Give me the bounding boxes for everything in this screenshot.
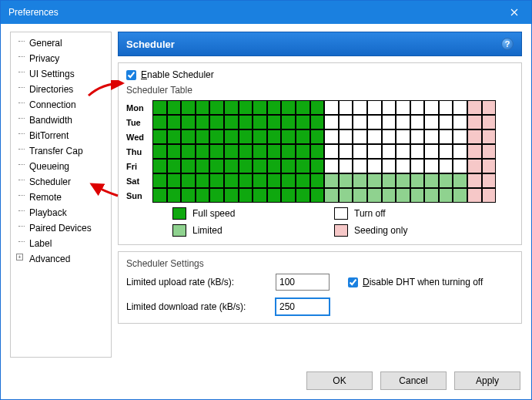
schedule-cell[interactable] bbox=[196, 115, 210, 129]
schedule-cell[interactable] bbox=[224, 115, 239, 129]
schedule-cell[interactable] bbox=[353, 173, 367, 188]
schedule-cell[interactable] bbox=[396, 115, 410, 129]
schedule-cell[interactable] bbox=[439, 129, 453, 144]
schedule-cell[interactable] bbox=[267, 115, 282, 129]
schedule-cell[interactable] bbox=[324, 115, 339, 129]
schedule-cell[interactable] bbox=[353, 144, 367, 159]
schedule-cell[interactable] bbox=[439, 188, 453, 203]
sidebar-item-label[interactable]: Label bbox=[18, 236, 111, 251]
schedule-cell[interactable] bbox=[152, 100, 167, 115]
schedule-cell[interactable] bbox=[382, 173, 396, 188]
sidebar-item-bittorrent[interactable]: BitTorrent bbox=[18, 128, 111, 143]
schedule-cell[interactable] bbox=[152, 129, 167, 144]
schedule-cell[interactable] bbox=[424, 129, 439, 144]
schedule-cell[interactable] bbox=[167, 144, 182, 159]
schedule-cell[interactable] bbox=[152, 173, 167, 188]
upload-rate-input[interactable] bbox=[276, 274, 330, 291]
schedule-cell[interactable] bbox=[310, 115, 325, 129]
help-icon[interactable]: ? bbox=[501, 38, 514, 50]
schedule-cell[interactable] bbox=[181, 100, 196, 115]
schedule-cell[interactable] bbox=[253, 144, 267, 159]
download-rate-input[interactable] bbox=[276, 298, 330, 315]
schedule-cell[interactable] bbox=[396, 188, 410, 203]
schedule-cell[interactable] bbox=[181, 129, 196, 144]
schedule-cell[interactable] bbox=[281, 100, 296, 115]
schedule-cell[interactable] bbox=[382, 100, 396, 115]
schedule-cell[interactable] bbox=[167, 188, 182, 203]
schedule-cell[interactable] bbox=[367, 100, 382, 115]
titlebar[interactable]: Preferences bbox=[1, 1, 531, 24]
schedule-cell[interactable] bbox=[467, 129, 482, 144]
schedule-cell[interactable] bbox=[439, 100, 453, 115]
schedule-cell[interactable] bbox=[382, 129, 396, 144]
schedule-cell[interactable] bbox=[367, 188, 382, 203]
schedule-cell[interactable] bbox=[353, 159, 367, 173]
schedule-cell[interactable] bbox=[482, 144, 497, 159]
schedule-cell[interactable] bbox=[209, 159, 224, 173]
schedule-cell[interactable] bbox=[467, 159, 482, 173]
schedule-cell[interactable] bbox=[152, 144, 167, 159]
schedule-cell[interactable] bbox=[410, 129, 425, 144]
expand-icon[interactable]: + bbox=[16, 254, 23, 261]
schedule-cell[interactable] bbox=[196, 100, 210, 115]
schedule-cell[interactable] bbox=[367, 144, 382, 159]
schedule-cell[interactable] bbox=[239, 188, 253, 203]
schedule-cell[interactable] bbox=[310, 144, 325, 159]
close-button[interactable] bbox=[497, 1, 531, 24]
schedule-cell[interactable] bbox=[224, 173, 239, 188]
enable-scheduler-checkbox[interactable] bbox=[126, 70, 136, 80]
schedule-cell[interactable] bbox=[324, 173, 339, 188]
schedule-cell[interactable] bbox=[396, 144, 410, 159]
schedule-cell[interactable] bbox=[253, 129, 267, 144]
schedule-cell[interactable] bbox=[424, 188, 439, 203]
schedule-cell[interactable] bbox=[339, 144, 353, 159]
schedule-cell[interactable] bbox=[453, 115, 467, 129]
schedule-cell[interactable] bbox=[310, 100, 325, 115]
sidebar-item-privacy[interactable]: Privacy bbox=[18, 51, 111, 66]
schedule-cell[interactable] bbox=[267, 100, 282, 115]
schedule-cell[interactable] bbox=[439, 144, 453, 159]
schedule-cell[interactable] bbox=[196, 188, 210, 203]
schedule-cell[interactable] bbox=[209, 173, 224, 188]
schedule-cell[interactable] bbox=[367, 159, 382, 173]
schedule-cell[interactable] bbox=[396, 159, 410, 173]
schedule-cell[interactable] bbox=[267, 129, 282, 144]
schedule-cell[interactable] bbox=[339, 188, 353, 203]
schedule-cell[interactable] bbox=[267, 188, 282, 203]
schedule-cell[interactable] bbox=[224, 144, 239, 159]
sidebar-item-queueing[interactable]: Queueing bbox=[18, 159, 111, 174]
schedule-cell[interactable] bbox=[396, 129, 410, 144]
schedule-cell[interactable] bbox=[310, 159, 325, 173]
schedule-cell[interactable] bbox=[296, 188, 310, 203]
sidebar-item-paired-devices[interactable]: Paired Devices bbox=[18, 220, 111, 236]
schedule-cell[interactable] bbox=[439, 173, 453, 188]
schedule-cell[interactable] bbox=[239, 100, 253, 115]
schedule-cell[interactable] bbox=[453, 173, 467, 188]
schedule-cell[interactable] bbox=[324, 100, 339, 115]
cancel-button[interactable]: Cancel bbox=[380, 371, 447, 390]
sidebar-item-remote[interactable]: Remote bbox=[18, 190, 111, 205]
sidebar-item-transfer-cap[interactable]: Transfer Cap bbox=[18, 143, 111, 159]
schedule-cell[interactable] bbox=[281, 144, 296, 159]
schedule-cell[interactable] bbox=[482, 115, 497, 129]
schedule-cell[interactable] bbox=[224, 129, 239, 144]
schedule-cell[interactable] bbox=[181, 144, 196, 159]
schedule-cell[interactable] bbox=[424, 173, 439, 188]
schedule-cell[interactable] bbox=[209, 100, 224, 115]
schedule-cell[interactable] bbox=[281, 129, 296, 144]
sidebar-item-connection[interactable]: Connection bbox=[18, 97, 111, 113]
schedule-cell[interactable] bbox=[296, 100, 310, 115]
schedule-cell[interactable] bbox=[453, 188, 467, 203]
schedule-cell[interactable] bbox=[367, 115, 382, 129]
schedule-cell[interactable] bbox=[281, 188, 296, 203]
schedule-cell[interactable] bbox=[439, 115, 453, 129]
sidebar-item-bandwidth[interactable]: Bandwidth bbox=[18, 113, 111, 128]
schedule-cell[interactable] bbox=[467, 115, 482, 129]
schedule-cell[interactable] bbox=[253, 100, 267, 115]
schedule-cell[interactable] bbox=[267, 159, 282, 173]
schedule-cell[interactable] bbox=[196, 173, 210, 188]
schedule-cell[interactable] bbox=[267, 144, 282, 159]
sidebar-item-ui-settings[interactable]: UI Settings bbox=[18, 66, 111, 82]
schedule-cell[interactable] bbox=[467, 173, 482, 188]
schedule-cell[interactable] bbox=[467, 188, 482, 203]
